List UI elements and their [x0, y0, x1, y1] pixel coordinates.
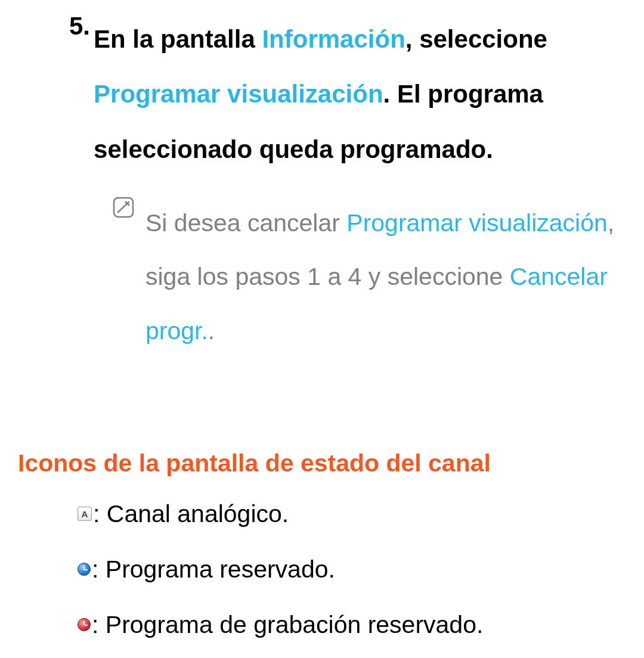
note-text: Si desea cancelar Programar visualizació… — [145, 196, 626, 358]
legend-label: : Canal analógico. — [93, 500, 289, 528]
step-text: En la pantalla Información, seleccione P… — [94, 12, 626, 177]
step-number: 5. — [69, 12, 90, 41]
text-segment: , seleccione — [405, 25, 547, 53]
text-segment: . — [208, 317, 215, 344]
section-title: Iconos de la pantalla de estado del cana… — [18, 449, 626, 477]
letter-a-icon: A — [78, 507, 92, 521]
note-icon — [112, 196, 135, 219]
analog-badge-icon: A — [78, 507, 92, 521]
legend-row-reserved: : Programa reservado. — [78, 555, 626, 583]
clock-red-icon — [78, 618, 91, 631]
highlight-programar-visualizacion: Programar visualización — [94, 80, 383, 108]
legend-label: : Programa reservado. — [92, 555, 335, 583]
document-page: 5. En la pantalla Información, seleccion… — [0, 0, 644, 658]
legend-row-recording-reserved: : Programa de grabación reservado. — [78, 611, 626, 639]
step-5: 5. En la pantalla Información, seleccion… — [69, 12, 626, 177]
legend-row-analog: A : Canal analógico. — [78, 500, 626, 528]
note-block: Si desea cancelar Programar visualizació… — [112, 196, 626, 358]
icon-legend-list: A : Canal analógico. : Programa reservad… — [78, 500, 626, 639]
text-segment: Si desea cancelar — [145, 209, 346, 237]
text-segment: En la pantalla — [94, 25, 262, 53]
legend-label: : Programa de grabación reservado. — [92, 611, 483, 639]
clock-blue-icon — [78, 563, 91, 576]
highlight-informacion: Información — [262, 25, 405, 53]
highlight-programar-visualizacion: Programar visualización — [346, 209, 608, 237]
